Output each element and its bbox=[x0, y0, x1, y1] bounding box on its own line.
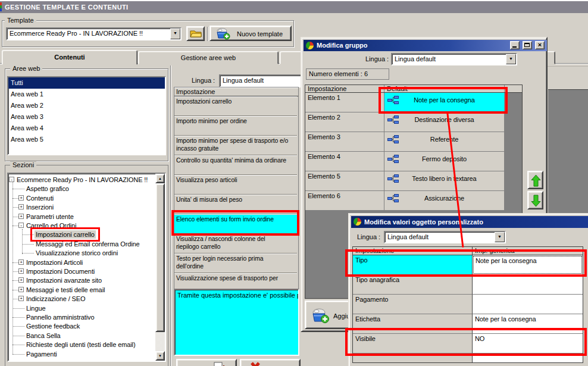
lingua-field[interactable]: Lingua default bbox=[219, 74, 302, 87]
move-up-button[interactable] bbox=[527, 171, 543, 189]
expand-icon[interactable]: + bbox=[18, 287, 24, 292]
settings-grid-row-label: Unita' di misura del peso bbox=[176, 196, 295, 204]
expand-icon[interactable]: + bbox=[18, 277, 24, 283]
element-value-cell[interactable]: Destinazione diversa bbox=[384, 112, 505, 132]
sezioni-tree[interactable]: -Ecommerce Ready Pro - IN LAVORAZIONE !!… bbox=[7, 173, 166, 362]
collapse-icon[interactable]: - bbox=[9, 177, 14, 182]
list-item-area[interactable]: Area web 1 bbox=[8, 89, 165, 100]
expand-icon[interactable]: + bbox=[18, 214, 24, 219]
scroll-thumb[interactable] bbox=[155, 183, 165, 332]
tree-item-label: Inserzioni bbox=[25, 203, 55, 211]
close-button[interactable]: × bbox=[535, 41, 545, 49]
elementi-grid-row[interactable]: Elemento 6Assicurazione bbox=[305, 191, 522, 211]
element-name-cell[interactable]: Elemento 2 bbox=[305, 112, 384, 132]
tree-item[interactable]: Richieste degli utenti (testi delle emai… bbox=[8, 340, 157, 349]
element-name-cell[interactable]: Elemento 4 bbox=[305, 152, 384, 171]
tree-item[interactable]: +Impostazioni Articoli bbox=[8, 258, 157, 267]
element-name-cell[interactable]: Elemento 6 bbox=[305, 191, 384, 211]
settings-grid-row-label: Visualizza peso articoli bbox=[176, 176, 295, 184]
element-value-cell[interactable]: Testo libero in textarea bbox=[384, 171, 505, 191]
element-name-cell[interactable]: Elemento 1 bbox=[305, 93, 384, 112]
scroll-up-button[interactable]: ▲ bbox=[155, 174, 165, 183]
tree-scrollbar[interactable]: ▲ ▼ bbox=[155, 174, 165, 361]
element-value-cell[interactable]: Assicurazione bbox=[384, 191, 505, 211]
annotation-box-tipo-row bbox=[345, 249, 587, 277]
expand-icon[interactable]: + bbox=[18, 296, 24, 301]
list-item-area[interactable]: Tutti bbox=[8, 77, 165, 89]
settings-grid-row[interactable]: Controllo su quantita' minima da ordinar… bbox=[174, 155, 297, 175]
tab-gestione-aree-web[interactable]: Gestione aree web bbox=[138, 51, 279, 64]
dialog-valori-lingua-combo[interactable]: Lingua default bbox=[384, 231, 506, 243]
tree-item[interactable]: Aspetto grafico bbox=[8, 184, 157, 193]
minimize-button[interactable] bbox=[510, 41, 520, 49]
tree-item[interactable]: Pannello amministrativo bbox=[8, 313, 157, 322]
tree-item[interactable]: +Contenuti bbox=[8, 194, 157, 203]
delete-button[interactable] bbox=[240, 359, 301, 366]
valori-grid-row[interactable]: Tipo anagrafica bbox=[353, 275, 583, 295]
tree-item[interactable]: +Indicizzazione / SEO bbox=[8, 295, 157, 304]
valori-name-cell[interactable]: Pagamento bbox=[353, 295, 473, 314]
elementi-grid-row[interactable]: Elemento 4Fermo deposito bbox=[305, 152, 522, 171]
tree-item[interactable]: Pagamenti bbox=[8, 350, 157, 359]
tree-item[interactable]: +Inserzioni bbox=[8, 203, 157, 212]
dialog-valori-lingua-arrow[interactable] bbox=[495, 232, 505, 242]
panel-edge bbox=[548, 66, 588, 67]
elementi-grid-row[interactable]: Elemento 2Destinazione diversa bbox=[305, 112, 522, 132]
arrow-up-icon bbox=[531, 174, 541, 187]
elementi-grid-row[interactable]: Elemento 3Referente bbox=[305, 132, 522, 152]
valori-grid-row[interactable]: Pagamento bbox=[353, 295, 583, 314]
tree-item[interactable]: +Impostazioni Documenti bbox=[8, 267, 157, 276]
tree-item[interactable]: Visualizzazione storico ordini bbox=[8, 249, 157, 258]
list-item-area[interactable]: Area web 3 bbox=[8, 111, 165, 123]
settings-grid-row[interactable]: Visualizza / nascondi colonne del riepil… bbox=[174, 234, 297, 254]
tree-item[interactable]: +Messaggi e testi delle email bbox=[8, 286, 157, 295]
aree-web-listbox[interactable]: TuttiArea web 1Area web 2Area web 3Area … bbox=[7, 76, 166, 155]
element-value-cell[interactable]: Referente bbox=[384, 132, 505, 152]
element-name-cell[interactable]: Elemento 3 bbox=[305, 132, 384, 152]
dialog-gruppo-lingua-arrow[interactable] bbox=[506, 54, 516, 64]
tree-item[interactable]: -Ecommerce Ready Pro - IN LAVORAZIONE !! bbox=[8, 176, 157, 184]
group-element-icon bbox=[387, 135, 399, 144]
collapse-icon[interactable]: - bbox=[18, 223, 24, 228]
move-down-button[interactable] bbox=[527, 191, 543, 209]
tree-item[interactable]: +Parametri utente bbox=[8, 212, 157, 221]
settings-grid-row[interactable]: Visualizza peso articoli bbox=[174, 175, 297, 195]
tree-connector bbox=[12, 226, 18, 226]
expand-icon[interactable]: + bbox=[18, 195, 24, 201]
expand-icon[interactable]: + bbox=[18, 204, 24, 209]
tree-item[interactable]: Gestione feedback bbox=[8, 322, 157, 331]
tree-connector bbox=[12, 217, 18, 217]
expand-icon[interactable]: + bbox=[18, 259, 24, 265]
edit-button[interactable] bbox=[176, 359, 237, 366]
description-box: Tramite questa impostazione e' possibile… bbox=[174, 289, 299, 356]
valori-name-cell[interactable]: Tipo anagrafica bbox=[353, 275, 473, 295]
list-item-area[interactable]: Area web 4 bbox=[8, 123, 165, 134]
valori-value-cell[interactable] bbox=[473, 275, 583, 295]
dialog-gruppo-lingua-combo[interactable]: Lingua default bbox=[391, 53, 517, 65]
tree-item[interactable]: Banca Sella bbox=[8, 331, 157, 340]
window-title: GESTIONE TEMPLATE E CONTENUTI bbox=[5, 4, 129, 11]
element-value-cell[interactable]: Fermo deposito bbox=[384, 152, 505, 171]
template-combobox-arrow[interactable] bbox=[170, 29, 180, 39]
tree-item[interactable]: Lingue bbox=[8, 304, 157, 313]
expand-icon[interactable]: + bbox=[18, 268, 24, 274]
open-template-button[interactable] bbox=[186, 26, 205, 41]
title-bar: GESTIONE TEMPLATE E CONTENUTI bbox=[0, 1, 588, 13]
settings-grid-row[interactable]: Testo per login necessario prima dell'or… bbox=[174, 254, 297, 273]
settings-grid-row[interactable]: Impostazioni carrello bbox=[174, 96, 297, 116]
dialog-gruppo-lingua-value: Lingua default bbox=[395, 55, 436, 62]
list-item-area[interactable]: Area web 5 bbox=[8, 134, 165, 145]
template-combobox[interactable]: Ecommerce Ready Pro - IN LAVORAZIONE !! bbox=[6, 27, 182, 40]
valori-value-cell[interactable] bbox=[473, 295, 583, 314]
settings-grid-row[interactable]: Importo minimo per ordine bbox=[174, 116, 297, 136]
elementi-grid-row[interactable]: Elemento 5Testo libero in textarea bbox=[305, 171, 522, 191]
tree-item[interactable]: +Impostazioni avanzate sito bbox=[8, 276, 157, 285]
scroll-down-button[interactable]: ▼ bbox=[155, 351, 165, 361]
tab-contenuti[interactable]: Contenuti bbox=[2, 50, 137, 65]
list-item-area[interactable]: Area web 2 bbox=[8, 100, 165, 111]
maximize-button[interactable] bbox=[523, 41, 532, 49]
element-name-cell[interactable]: Elemento 5 bbox=[305, 171, 384, 191]
tree-connector bbox=[12, 262, 18, 263]
new-template-button[interactable]: Nuovo template bbox=[209, 26, 292, 41]
settings-grid-row[interactable]: Importo minimo per spese di trasporto e/… bbox=[174, 136, 297, 155]
